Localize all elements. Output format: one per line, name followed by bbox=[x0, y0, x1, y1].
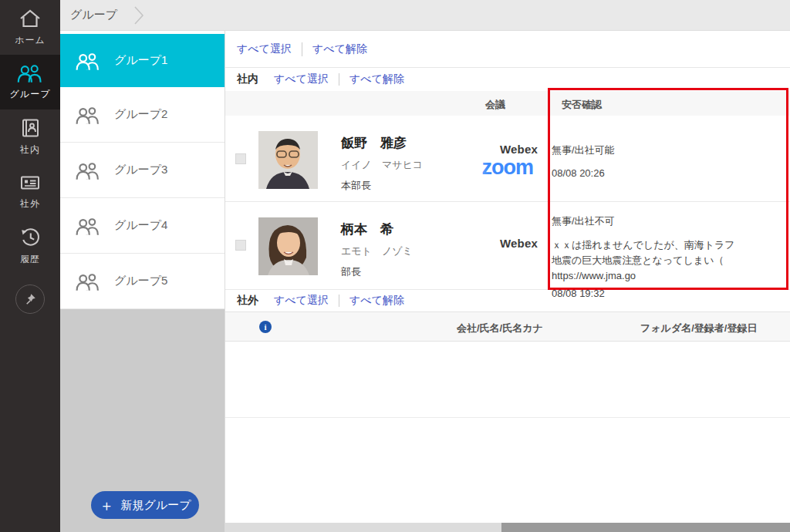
member-checkbox[interactable] bbox=[235, 153, 246, 164]
safety-status: 無事/出社不可 bbox=[552, 214, 790, 228]
safety-status: 無事/出社可能 bbox=[552, 143, 790, 157]
logo-fade-overlay bbox=[444, 202, 488, 289]
external-deselect-all-link[interactable]: すべて解除 bbox=[349, 294, 404, 308]
group-icon bbox=[74, 272, 102, 291]
select-all-link[interactable]: すべて選択 bbox=[237, 42, 292, 56]
zoom-logo[interactable]: zoom bbox=[482, 157, 534, 178]
meeting-cell: Webex bbox=[454, 202, 538, 289]
member-name: 柄本 希 bbox=[341, 221, 454, 238]
new-group-button[interactable]: ＋ 新規グループ bbox=[91, 491, 199, 519]
group-item-4[interactable]: グループ4 bbox=[60, 198, 225, 254]
logo-fade-overlay bbox=[444, 116, 488, 201]
member-title: 本部長 bbox=[341, 179, 454, 193]
pin-icon bbox=[23, 292, 37, 306]
group-item-2[interactable]: グループ2 bbox=[60, 87, 225, 143]
horizontal-scrollbar-thumb[interactable] bbox=[501, 523, 790, 532]
toolbar-divider bbox=[302, 42, 302, 56]
safety-column-header: 安否確認 bbox=[562, 98, 602, 112]
group-list: グループ1 グループ2 グループ3 bbox=[60, 31, 225, 532]
sidebar-item-group[interactable]: グループ bbox=[0, 55, 60, 109]
plus-icon: ＋ bbox=[99, 498, 113, 513]
group-item-label: グループ5 bbox=[114, 274, 167, 288]
home-icon bbox=[19, 8, 42, 29]
member-name: 飯野 雅彦 bbox=[341, 134, 454, 152]
webex-logo[interactable]: Webex bbox=[500, 143, 538, 156]
group-icon bbox=[74, 217, 102, 235]
internal-deselect-all-link[interactable]: すべて解除 bbox=[349, 72, 404, 86]
history-clock-icon bbox=[20, 227, 41, 247]
right-wrap: グループ グループ1 bbox=[60, 0, 790, 532]
pin-button-wrap bbox=[0, 285, 60, 314]
sidebar-item-history[interactable]: 履歴 bbox=[0, 219, 60, 274]
sidebar-item-label: ホーム bbox=[15, 34, 46, 47]
group-item-label: グループ2 bbox=[114, 107, 167, 122]
pin-button[interactable] bbox=[15, 285, 45, 314]
internal-toolbar-divider bbox=[339, 73, 339, 86]
company-column-header: 会社/氏名/氏名カナ bbox=[457, 322, 543, 335]
checkbox-cell bbox=[225, 116, 258, 201]
group-icon bbox=[74, 52, 102, 70]
sidebar-item-label: 履歴 bbox=[20, 253, 40, 266]
sidebar-item-label: 社内 bbox=[20, 143, 40, 157]
group-item-label: グループ3 bbox=[114, 163, 167, 177]
new-group-button-label: 新規グループ bbox=[120, 498, 191, 513]
sidebar-item-home[interactable]: ホーム bbox=[0, 0, 60, 55]
breadcrumb-chevron-icon bbox=[134, 5, 144, 25]
group-item-1[interactable]: グループ1 bbox=[60, 34, 225, 87]
photo-cell bbox=[258, 116, 341, 201]
safety-message: ｘｘは揺れませんでしたが、南海トラフ 地震の巨大地震注意となってしまい（ htt… bbox=[552, 237, 760, 284]
info-icon[interactable]: i bbox=[259, 321, 272, 333]
member-title: 部長 bbox=[341, 265, 454, 279]
member-row-emoto: 柄本 希 エモト ノゾミ 部長 Webex 無事/出社不可 ｘｘは揺れませんでし… bbox=[225, 202, 790, 290]
group-icon bbox=[74, 161, 102, 180]
folder-column-header: フォルダ名/登録者/登録日 bbox=[640, 322, 757, 335]
breadcrumb-bar: グループ bbox=[60, 0, 790, 31]
external-table-empty-body bbox=[225, 342, 790, 418]
member-checkbox[interactable] bbox=[235, 240, 246, 251]
group-item-5[interactable]: グループ5 bbox=[60, 254, 225, 309]
horizontal-scrollbar bbox=[225, 523, 790, 532]
deselect-all-link[interactable]: すべて解除 bbox=[312, 42, 367, 56]
sidebar-item-external[interactable]: 社外 bbox=[0, 164, 60, 219]
sidebar-item-internal[interactable]: 社内 bbox=[0, 109, 60, 164]
business-card-icon bbox=[19, 173, 41, 192]
group-item-label: グループ4 bbox=[114, 218, 167, 233]
name-cell: 柄本 希 エモト ノゾミ 部長 bbox=[341, 202, 454, 289]
content-row: グループ1 グループ2 グループ3 bbox=[60, 31, 790, 532]
breadcrumb[interactable]: グループ bbox=[70, 8, 117, 22]
external-table-header: i 会社/氏名/氏名カナ フォルダ名/登録者/登録日 bbox=[225, 311, 790, 342]
internal-table-header: 会議 安否確認 bbox=[225, 91, 790, 116]
photo-cell bbox=[258, 202, 341, 289]
safety-timestamp: 08/08 19:32 bbox=[552, 288, 790, 299]
meeting-column-header: 会議 bbox=[485, 98, 505, 112]
sidebar-item-label: 社外 bbox=[20, 197, 40, 210]
meeting-cell: Webex zoom bbox=[454, 116, 538, 201]
app-window: ホーム グループ 社内 社外 bbox=[0, 0, 790, 532]
safety-message-line: https://www.jma.go bbox=[552, 268, 760, 284]
group-item-3[interactable]: グループ3 bbox=[60, 143, 225, 198]
global-select-toolbar: すべて選択 すべて解除 bbox=[225, 31, 790, 68]
safety-message-line: ｘｘは揺れませんでしたが、南海トラフ bbox=[552, 237, 760, 253]
group-item-label: グループ1 bbox=[114, 53, 167, 68]
internal-select-all-link[interactable]: すべて選択 bbox=[274, 72, 329, 86]
safety-cell: 無事/出社可能 08/08 20:26 bbox=[538, 116, 790, 201]
member-kana: エモト ノゾミ bbox=[341, 244, 454, 258]
internal-section-header: 社内 すべて選択 すべて解除 bbox=[225, 68, 790, 91]
checkbox-cell bbox=[225, 202, 258, 289]
name-cell: 飯野 雅彦 イイノ マサヒコ 本部長 bbox=[341, 116, 454, 201]
member-photo bbox=[258, 131, 318, 189]
internal-section-label: 社内 bbox=[237, 72, 258, 86]
address-book-icon bbox=[20, 118, 40, 138]
main-panel: すべて選択 すべて解除 社内 すべて選択 すべて解除 会議 安否確認 bbox=[225, 31, 790, 532]
main-sidebar: ホーム グループ 社内 社外 bbox=[0, 0, 60, 532]
external-select-all-link[interactable]: すべて選択 bbox=[274, 294, 329, 308]
group-icon bbox=[74, 106, 102, 124]
external-toolbar-divider bbox=[339, 295, 339, 307]
member-row-iino: 飯野 雅彦 イイノ マサヒコ 本部長 Webex zoom 無事/出社可能 08… bbox=[225, 116, 790, 202]
group-icon bbox=[15, 63, 45, 82]
member-kana: イイノ マサヒコ bbox=[341, 158, 454, 172]
external-section-label: 社外 bbox=[237, 294, 258, 308]
webex-logo[interactable]: Webex bbox=[500, 237, 538, 250]
member-photo bbox=[258, 217, 318, 275]
sidebar-item-label: グループ bbox=[10, 88, 51, 101]
